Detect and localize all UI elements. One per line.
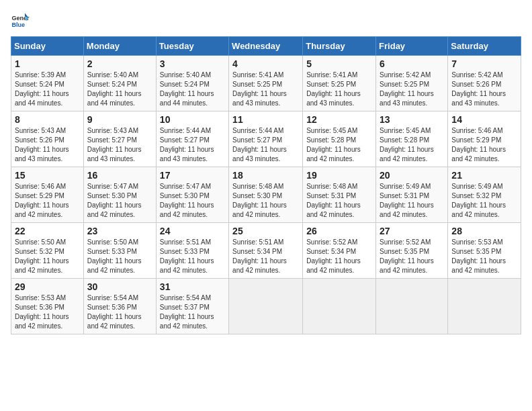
calendar-cell: 6Sunrise: 5:42 AMSunset: 5:25 PMDaylight… bbox=[376, 56, 448, 111]
sunrise-label: Sunrise: 5:49 AM bbox=[380, 183, 431, 190]
calendar-cell: 30Sunrise: 5:54 AMSunset: 5:36 PMDayligh… bbox=[83, 279, 156, 334]
sunset-label: Sunset: 5:33 PM bbox=[87, 248, 137, 255]
daylight-label: Daylight: 11 hours and 42 minutes. bbox=[380, 257, 434, 274]
day-number: 4 bbox=[232, 58, 299, 69]
sunset-label: Sunset: 5:26 PM bbox=[15, 136, 64, 144]
day-number: 25 bbox=[232, 226, 299, 236]
day-number: 18 bbox=[232, 170, 299, 181]
sunrise-label: Sunrise: 5:50 AM bbox=[15, 238, 66, 246]
day-number: 31 bbox=[160, 281, 225, 292]
calendar-cell: 12Sunrise: 5:45 AMSunset: 5:28 PMDayligh… bbox=[303, 111, 376, 167]
day-info: Sunrise: 5:46 AMSunset: 5:29 PMDaylight:… bbox=[451, 126, 517, 164]
sunset-label: Sunset: 5:27 PM bbox=[160, 136, 210, 144]
daylight-label: Daylight: 11 hours and 42 minutes. bbox=[232, 257, 287, 274]
sunrise-label: Sunrise: 5:41 AM bbox=[306, 71, 357, 79]
sunrise-label: Sunrise: 5:44 AM bbox=[232, 127, 283, 134]
sunset-label: Sunset: 5:29 PM bbox=[15, 192, 64, 199]
daylight-label: Daylight: 11 hours and 42 minutes. bbox=[87, 201, 142, 218]
day-info: Sunrise: 5:47 AMSunset: 5:30 PMDaylight:… bbox=[87, 182, 152, 220]
day-number: 14 bbox=[451, 114, 517, 125]
sunrise-label: Sunrise: 5:54 AM bbox=[87, 294, 138, 302]
day-info: Sunrise: 5:53 AMSunset: 5:35 PMDaylight:… bbox=[451, 238, 517, 275]
day-number: 6 bbox=[380, 58, 444, 69]
day-info: Sunrise: 5:47 AMSunset: 5:30 PMDaylight:… bbox=[160, 182, 225, 220]
day-info: Sunrise: 5:46 AMSunset: 5:29 PMDaylight:… bbox=[15, 182, 80, 220]
day-number: 15 bbox=[15, 170, 80, 181]
day-info: Sunrise: 5:48 AMSunset: 5:30 PMDaylight:… bbox=[232, 182, 299, 220]
logo: General Blue bbox=[11, 11, 31, 30]
day-number: 7 bbox=[451, 58, 517, 69]
sunrise-label: Sunrise: 5:54 AM bbox=[160, 294, 211, 302]
sunrise-label: Sunrise: 5:46 AM bbox=[451, 127, 502, 134]
day-number: 29 bbox=[15, 281, 80, 292]
daylight-label: Daylight: 11 hours and 42 minutes. bbox=[306, 257, 361, 274]
day-info: Sunrise: 5:51 AMSunset: 5:33 PMDaylight:… bbox=[160, 238, 225, 275]
sunset-label: Sunset: 5:30 PM bbox=[160, 192, 210, 199]
daylight-label: Daylight: 11 hours and 42 minutes. bbox=[87, 257, 142, 274]
calendar-cell: 17Sunrise: 5:47 AMSunset: 5:30 PMDayligh… bbox=[156, 167, 228, 223]
sunset-label: Sunset: 5:28 PM bbox=[306, 136, 356, 144]
calendar-cell: 19Sunrise: 5:48 AMSunset: 5:31 PMDayligh… bbox=[303, 167, 376, 223]
sunrise-label: Sunrise: 5:45 AM bbox=[306, 127, 357, 134]
calendar-week-row: 22Sunrise: 5:50 AMSunset: 5:32 PMDayligh… bbox=[11, 223, 521, 279]
daylight-label: Daylight: 11 hours and 42 minutes. bbox=[380, 201, 434, 218]
day-number: 9 bbox=[87, 114, 152, 125]
calendar-cell: 8Sunrise: 5:43 AMSunset: 5:26 PMDaylight… bbox=[11, 111, 84, 167]
sunset-label: Sunset: 5:34 PM bbox=[306, 248, 356, 255]
calendar-cell bbox=[448, 279, 521, 334]
daylight-label: Daylight: 11 hours and 44 minutes. bbox=[87, 90, 142, 107]
day-info: Sunrise: 5:42 AMSunset: 5:26 PMDaylight:… bbox=[451, 71, 517, 108]
calendar-week-row: 29Sunrise: 5:53 AMSunset: 5:36 PMDayligh… bbox=[11, 279, 521, 334]
sunrise-label: Sunrise: 5:42 AM bbox=[451, 71, 502, 79]
day-number: 5 bbox=[306, 58, 372, 69]
daylight-label: Daylight: 11 hours and 42 minutes. bbox=[160, 201, 214, 218]
sunrise-label: Sunrise: 5:39 AM bbox=[15, 71, 66, 79]
calendar-cell: 14Sunrise: 5:46 AMSunset: 5:29 PMDayligh… bbox=[448, 111, 521, 167]
sunrise-label: Sunrise: 5:42 AM bbox=[380, 71, 431, 79]
day-info: Sunrise: 5:44 AMSunset: 5:27 PMDaylight:… bbox=[160, 126, 225, 164]
calendar-cell: 10Sunrise: 5:44 AMSunset: 5:27 PMDayligh… bbox=[156, 111, 228, 167]
daylight-label: Daylight: 11 hours and 43 minutes. bbox=[232, 90, 287, 107]
day-number: 26 bbox=[306, 226, 372, 236]
sunset-label: Sunset: 5:25 PM bbox=[232, 81, 282, 88]
calendar-cell: 21Sunrise: 5:49 AMSunset: 5:32 PMDayligh… bbox=[448, 167, 521, 223]
day-number: 20 bbox=[380, 170, 444, 181]
sunrise-label: Sunrise: 5:46 AM bbox=[15, 183, 66, 190]
sunrise-label: Sunrise: 5:52 AM bbox=[380, 238, 431, 246]
day-info: Sunrise: 5:45 AMSunset: 5:28 PMDaylight:… bbox=[306, 126, 372, 164]
sunset-label: Sunset: 5:26 PM bbox=[451, 81, 501, 88]
day-number: 23 bbox=[87, 226, 152, 236]
calendar-cell bbox=[303, 279, 376, 334]
page-header: General Blue bbox=[11, 11, 521, 30]
calendar-cell: 24Sunrise: 5:51 AMSunset: 5:33 PMDayligh… bbox=[156, 223, 228, 279]
day-info: Sunrise: 5:53 AMSunset: 5:36 PMDaylight:… bbox=[15, 293, 80, 331]
sunrise-label: Sunrise: 5:45 AM bbox=[380, 127, 431, 134]
sunrise-label: Sunrise: 5:49 AM bbox=[451, 183, 502, 190]
daylight-label: Daylight: 11 hours and 42 minutes. bbox=[160, 313, 214, 330]
calendar-cell: 18Sunrise: 5:48 AMSunset: 5:30 PMDayligh… bbox=[229, 167, 303, 223]
weekday-header-sunday: Sunday bbox=[11, 37, 84, 56]
day-number: 13 bbox=[380, 114, 444, 125]
daylight-label: Daylight: 11 hours and 43 minutes. bbox=[232, 146, 287, 163]
calendar-week-row: 8Sunrise: 5:43 AMSunset: 5:26 PMDaylight… bbox=[11, 111, 521, 167]
day-info: Sunrise: 5:52 AMSunset: 5:35 PMDaylight:… bbox=[380, 238, 444, 275]
sunrise-label: Sunrise: 5:51 AM bbox=[160, 238, 211, 246]
sunset-label: Sunset: 5:27 PM bbox=[232, 136, 282, 144]
day-number: 22 bbox=[15, 226, 80, 236]
sunrise-label: Sunrise: 5:43 AM bbox=[15, 127, 66, 134]
calendar-cell: 4Sunrise: 5:41 AMSunset: 5:25 PMDaylight… bbox=[229, 56, 303, 111]
weekday-header-monday: Monday bbox=[83, 37, 156, 56]
sunset-label: Sunset: 5:24 PM bbox=[87, 81, 137, 88]
day-info: Sunrise: 5:52 AMSunset: 5:34 PMDaylight:… bbox=[306, 238, 372, 275]
calendar-week-row: 1Sunrise: 5:39 AMSunset: 5:24 PMDaylight… bbox=[11, 56, 521, 111]
calendar-cell: 15Sunrise: 5:46 AMSunset: 5:29 PMDayligh… bbox=[11, 167, 84, 223]
daylight-label: Daylight: 11 hours and 42 minutes. bbox=[380, 146, 434, 163]
sunset-label: Sunset: 5:25 PM bbox=[306, 81, 356, 88]
day-info: Sunrise: 5:41 AMSunset: 5:25 PMDaylight:… bbox=[306, 71, 372, 108]
day-info: Sunrise: 5:50 AMSunset: 5:32 PMDaylight:… bbox=[15, 238, 80, 275]
day-number: 24 bbox=[160, 226, 225, 236]
day-number: 16 bbox=[87, 170, 152, 181]
calendar-cell: 13Sunrise: 5:45 AMSunset: 5:28 PMDayligh… bbox=[376, 111, 448, 167]
day-info: Sunrise: 5:44 AMSunset: 5:27 PMDaylight:… bbox=[232, 126, 299, 164]
sunrise-label: Sunrise: 5:50 AM bbox=[87, 238, 138, 246]
